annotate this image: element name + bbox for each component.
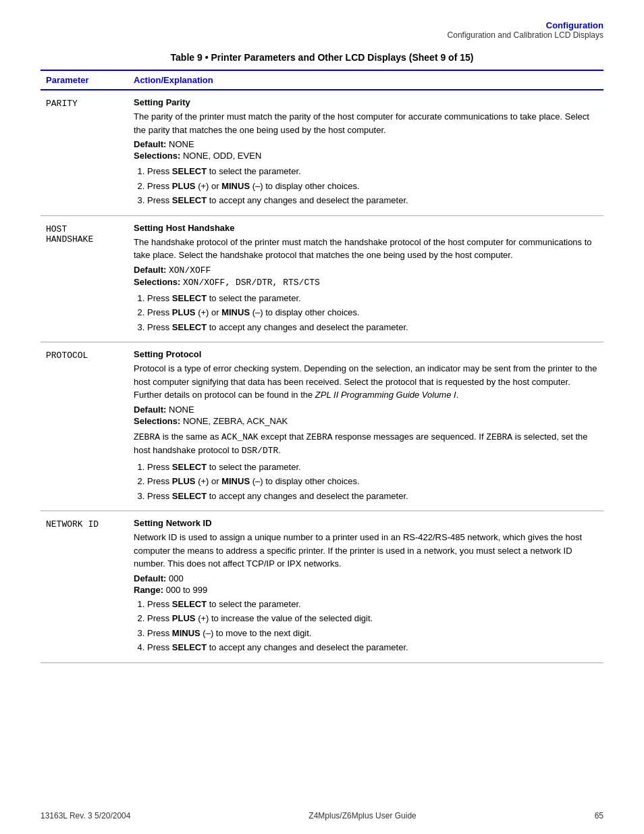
col-header-parameter: Parameter — [41, 70, 128, 90]
step-item: Press SELECT to accept any changes and d… — [147, 321, 598, 334]
footer-center: Z4Mplus/Z6Mplus User Guide — [308, 811, 416, 820]
param-cell: PARITY — [41, 90, 128, 215]
section-title: Setting Host Handshake — [134, 223, 598, 233]
param-cell: PROTOCOL — [41, 342, 128, 511]
page-header: Configuration Configuration and Calibrat… — [41, 20, 603, 40]
steps-list: Press SELECT to select the parameter.Pre… — [147, 165, 598, 207]
body-text: The parity of the printer must match the… — [134, 110, 598, 136]
step-item: Press SELECT to accept any changes and d… — [147, 641, 598, 654]
steps-list: Press SELECT to select the parameter.Pre… — [147, 292, 598, 334]
action-cell: Setting Network IDNetwork ID is used to … — [128, 511, 603, 663]
default-line: Default: NONE — [134, 139, 598, 149]
table-row: NETWORK IDSetting Network IDNetwork ID i… — [41, 511, 603, 663]
page-footer: 13163L Rev. 3 5/20/2004 Z4Mplus/Z6Mplus … — [41, 811, 603, 820]
default-line: Default: 000 — [134, 573, 598, 583]
table-row: HOSTHANDSHAKESetting Host HandshakeThe h… — [41, 215, 603, 342]
step-item: Press SELECT to select the parameter. — [147, 461, 598, 474]
header-subtitle: Configuration and Calibration LCD Displa… — [41, 30, 603, 40]
footer-left: 13163L Rev. 3 5/20/2004 — [41, 811, 130, 820]
table-row: PARITYSetting ParityThe parity of the pr… — [41, 90, 603, 215]
body-text: Network ID is used to assign a unique nu… — [134, 531, 598, 571]
step-item: Press PLUS (+) or MINUS (–) to display o… — [147, 475, 598, 488]
step-item: Press PLUS (+) to increase the value of … — [147, 612, 598, 625]
header-title: Configuration — [41, 20, 603, 30]
section-title: Setting Protocol — [134, 349, 598, 359]
steps-list: Press SELECT to select the parameter.Pre… — [147, 598, 598, 654]
default-line: Default: XON/XOFF — [134, 265, 598, 276]
step-item: Press MINUS (–) to move to the next digi… — [147, 627, 598, 640]
param-cell: NETWORK ID — [41, 511, 128, 663]
action-cell: Setting Host HandshakeThe handshake prot… — [128, 215, 603, 342]
step-item: Press SELECT to accept any changes and d… — [147, 194, 598, 207]
table-title: Table 9 • Printer Parameters and Other L… — [41, 52, 603, 63]
step-item: Press SELECT to select the parameter. — [147, 292, 598, 305]
selections-line: Selections: NONE, ODD, EVEN — [134, 151, 598, 161]
selections-line: Selections: XON/XOFF, DSR/DTR, RTS/CTS — [134, 277, 598, 288]
default-line: Default: NONE — [134, 405, 598, 415]
action-cell: Setting ParityThe parity of the printer … — [128, 90, 603, 215]
steps-list: Press SELECT to select the parameter.Pre… — [147, 461, 598, 503]
step-item: Press PLUS (+) or MINUS (–) to display o… — [147, 180, 598, 193]
param-cell: HOSTHANDSHAKE — [41, 215, 128, 342]
section-title: Setting Network ID — [134, 518, 598, 528]
step-item: Press SELECT to accept any changes and d… — [147, 490, 598, 503]
body-text: Protocol is a type of error checking sys… — [134, 362, 598, 402]
main-table: Parameter Action/Explanation PARITYSetti… — [41, 70, 603, 663]
col-header-action: Action/Explanation — [128, 70, 603, 90]
extra-note: ZEBRA is the same as ACK_NAK except that… — [134, 430, 598, 458]
action-cell: Setting ProtocolProtocol is a type of er… — [128, 342, 603, 511]
body-text: The handshake protocol of the printer mu… — [134, 236, 598, 262]
footer-right: 65 — [595, 811, 603, 820]
section-title: Setting Parity — [134, 97, 598, 107]
table-row: PROTOCOLSetting ProtocolProtocol is a ty… — [41, 342, 603, 511]
step-item: Press SELECT to select the parameter. — [147, 165, 598, 178]
page: Configuration Configuration and Calibrat… — [0, 0, 644, 834]
step-item: Press SELECT to select the parameter. — [147, 598, 598, 611]
range-line: Range: 000 to 999 — [134, 585, 598, 595]
step-item: Press PLUS (+) or MINUS (–) to display o… — [147, 306, 598, 319]
selections-line: Selections: NONE, ZEBRA, ACK_NAK — [134, 416, 598, 426]
